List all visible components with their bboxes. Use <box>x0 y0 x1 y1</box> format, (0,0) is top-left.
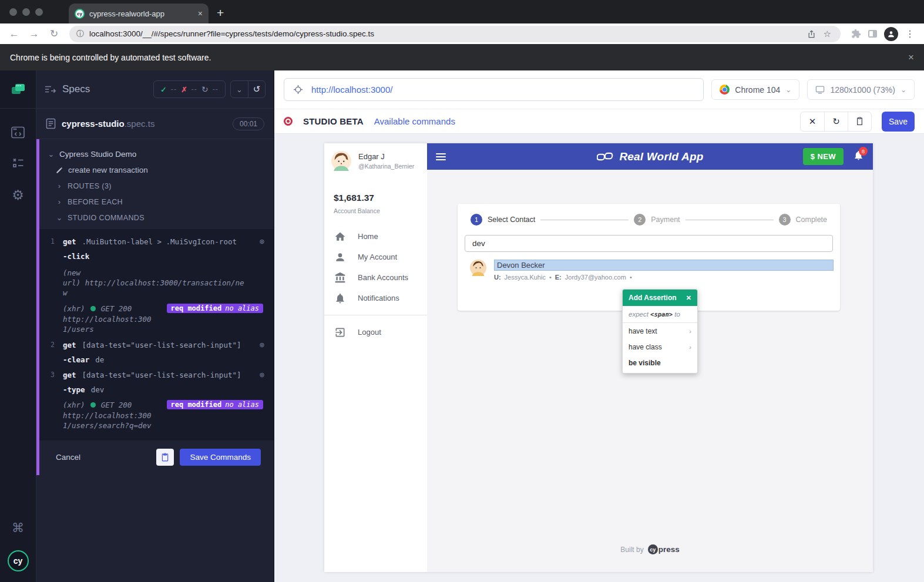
contact-list-item[interactable]: Devon Becker U: Jessyca.Kuhic • E: Jordy… <box>458 252 840 281</box>
bullet-separator: • <box>630 274 632 281</box>
command-name: get <box>63 341 76 349</box>
nav-item-my-account[interactable]: My Account <box>324 247 427 267</box>
cancel-button[interactable]: Cancel <box>56 453 80 462</box>
person-icon <box>334 251 346 263</box>
test-row[interactable]: create new transaction <box>48 162 268 178</box>
nav-item-home[interactable]: Home <box>324 226 427 247</box>
before-each-section-row[interactable]: › BEFORE EACH <box>48 194 268 210</box>
runs-list-icon[interactable] <box>11 157 25 170</box>
user-list-search-input[interactable] <box>465 235 833 252</box>
assertion-option-have-text[interactable]: have text › <box>623 323 697 339</box>
contact-username: Jessyca.Kuhic <box>505 274 546 281</box>
add-assertion-popup: Add Assertion ✕ expect <span> to have te… <box>622 289 698 374</box>
specs-browser-icon[interactable] <box>11 126 25 139</box>
save-commands-button[interactable]: Save Commands <box>180 449 261 466</box>
delete-command-icon[interactable]: ⊗ <box>257 237 264 246</box>
specs-title: Specs <box>62 83 90 95</box>
browser-tab[interactable]: cy cypress-realworld-app × <box>69 4 209 23</box>
command-row[interactable]: 3 get [data-test="user-list-search-input… <box>39 367 269 382</box>
assertion-option-have-class[interactable]: have class › <box>623 339 697 355</box>
assertion-option-be-visible[interactable]: be visible <box>623 355 697 373</box>
hamburger-menu-icon[interactable] <box>436 153 446 160</box>
pending-count: -- <box>213 85 219 93</box>
real-world-app: Edgar J @Katharina_Bernier $1,681.37 Acc… <box>324 143 873 572</box>
studio-copy-button[interactable] <box>848 112 871 131</box>
share-icon[interactable] <box>807 29 816 39</box>
assertion-close-icon[interactable]: ✕ <box>686 294 691 302</box>
nav-label: Bank Accounts <box>358 273 408 282</box>
spec-file-row[interactable]: cypress-studio.spec.ts 00:01 <box>36 109 274 139</box>
chrome-logo-icon <box>720 85 730 95</box>
back-button[interactable]: ← <box>6 28 22 40</box>
command-action-row[interactable]: -click <box>39 249 269 264</box>
command-number: 2 <box>39 340 63 349</box>
command-row[interactable]: 2 get [data-test="user-list-search-input… <box>39 337 269 352</box>
rerun-tests-icon[interactable]: ↺ <box>248 81 265 97</box>
forward-button[interactable]: → <box>26 28 42 40</box>
new-tab-button[interactable]: + <box>209 6 232 23</box>
browser-menu-icon[interactable]: ⋮ <box>905 28 915 39</box>
selector-playground-icon[interactable] <box>293 84 304 95</box>
profile-avatar[interactable] <box>884 27 898 41</box>
close-window-button[interactable] <box>9 8 17 16</box>
app-nav: Home My Account Bank Accounts <box>324 226 427 342</box>
bookmark-star-icon[interactable]: ☆ <box>821 29 834 39</box>
banner-close-icon[interactable]: × <box>908 52 914 63</box>
new-transaction-button[interactable]: $ NEW <box>803 148 844 165</box>
notifications-bell[interactable]: 8 <box>853 150 864 163</box>
available-commands-link[interactable]: Available commands <box>374 116 455 126</box>
window-controls[interactable] <box>0 8 51 23</box>
app-footer: Built by cy press <box>427 544 873 554</box>
command-name: get <box>63 237 76 246</box>
step-complete: 3 Complete <box>779 214 828 226</box>
automation-banner-text: Chrome is being controlled by automated … <box>10 53 211 62</box>
studio-save-button[interactable]: Save <box>882 112 915 132</box>
tab-close-icon[interactable]: × <box>198 9 203 18</box>
delete-command-icon[interactable]: ⊗ <box>257 340 264 349</box>
side-panel-icon[interactable] <box>868 30 877 38</box>
xhr-label: (xhr) <box>63 401 85 409</box>
minimize-window-button[interactable] <box>22 8 30 16</box>
command-action: -type <box>63 385 85 394</box>
aut-url-field[interactable] <box>284 78 704 101</box>
omnibox[interactable]: ⓘ localhost:3000/__/#/specs/runner?file=… <box>69 26 841 42</box>
sidebar-divider <box>324 315 427 315</box>
omnibox-url[interactable]: localhost:3000/__/#/specs/runner?file=cy… <box>89 29 802 38</box>
contact-name-highlighted[interactable]: Devon Becker <box>494 260 834 271</box>
nav-item-logout[interactable]: Logout <box>324 322 427 342</box>
cypress-logo-icon[interactable]: cy <box>8 550 29 571</box>
test-title: create new transaction <box>68 166 148 174</box>
nav-item-notifications[interactable]: Notifications <box>324 288 427 308</box>
app-sidebar: Edgar J @Katharina_Bernier $1,681.37 Acc… <box>324 143 427 572</box>
reload-button[interactable]: ↻ <box>46 28 62 40</box>
extensions-icon[interactable] <box>851 29 861 39</box>
routes-section-row[interactable]: › ROUTES (3) <box>48 178 268 194</box>
reporter-empty-area <box>36 475 274 582</box>
studio-restart-button[interactable]: ↻ <box>824 112 848 131</box>
viewport-selector[interactable]: 1280x1000 (73%) ⌄ <box>807 79 915 100</box>
aut-url-input[interactable] <box>311 85 695 95</box>
command-row[interactable]: 1 get .MuiButton-label > .MuiSvgIcon-roo… <box>39 234 269 249</box>
copy-commands-button[interactable] <box>156 449 174 466</box>
command-action-row[interactable]: -clear de <box>39 352 269 367</box>
before-each-chevron-icon: › <box>56 197 63 206</box>
suite-row[interactable]: ⌄ Cypress Studio Demo <box>48 146 268 162</box>
keyboard-shortcuts-icon[interactable]: ⌘ <box>12 521 24 535</box>
xhr-url: http://localhost:300 1/users/search?q=de… <box>63 411 264 430</box>
command-action-row[interactable]: -type dev <box>39 382 269 397</box>
nav-item-bank-accounts[interactable]: Bank Accounts <box>324 267 427 288</box>
cypress-app-icon[interactable] <box>0 70 36 109</box>
spec-file-icon <box>46 118 56 129</box>
studio-commands-section-row[interactable]: ⌄ STUDIO COMMANDS <box>48 210 268 226</box>
browser-selector[interactable]: Chrome 104 ⌄ <box>711 79 799 100</box>
zoom-window-button[interactable] <box>35 8 43 16</box>
specs-list-icon <box>45 85 56 94</box>
settings-gear-icon[interactable]: ⚙ <box>12 187 24 203</box>
step-connector <box>686 220 774 220</box>
passed-check-icon: ✓ <box>160 85 166 94</box>
page-info-icon[interactable]: ⓘ <box>76 29 84 39</box>
status-dot-icon <box>90 402 96 408</box>
studio-close-button[interactable]: ✕ <box>801 112 824 131</box>
delete-command-icon[interactable]: ⊗ <box>257 370 264 379</box>
collapse-chevron-icon[interactable]: ⌄ <box>231 81 248 97</box>
